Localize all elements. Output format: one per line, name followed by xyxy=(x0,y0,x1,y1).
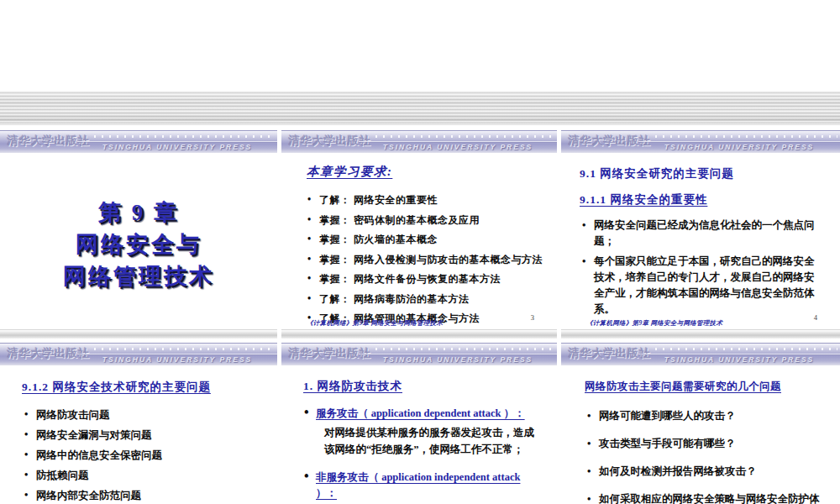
header-divider-line xyxy=(638,354,840,354)
slide-thumbnail-6[interactable]: 清华大学出版社 TSINGHUA UNIVERSITY PRESS 网络防攻击主… xyxy=(561,343,840,504)
definition-item: 服务攻击（ application dependent attack ）： 对网… xyxy=(303,405,538,458)
section-heading: 9.1 网络安全研究的主要问题 xyxy=(580,166,840,181)
bullet-list: 了解： 网络安全的重要性 掌握： 密码体制的基本概念及应用 掌握： 防火墙的基本… xyxy=(307,193,557,326)
top-stripe-band xyxy=(0,91,840,125)
slide-body: 网络防攻击主要问题需要研究的几个问题 网络可能遭到哪些人的攻击？ 攻击类型与手段… xyxy=(561,380,840,504)
header-dots-decoration xyxy=(94,348,275,350)
handout-page: 清华大学出版社 TSINGHUA UNIVERSITY PRESS 第 9 章 … xyxy=(0,0,840,504)
slide-header-banner: 清华大学出版社 TSINGHUA UNIVERSITY PRESS xyxy=(281,130,557,153)
header-divider-line xyxy=(359,141,557,142)
slide-bottom-band xyxy=(561,329,840,339)
header-divider-line xyxy=(359,354,557,354)
bullet-item: 网络安全问题已经成为信息化社会的一个焦点问题； xyxy=(581,218,818,249)
slide-page-number: 4 xyxy=(814,313,817,322)
slide-footer-caption: 《计算机网络》第9章 网络安全与网络管理技术 xyxy=(586,319,722,328)
bullet-list: 网络安全问题已经成为信息化社会的一个焦点问题； 每个国家只能立足于本国，研究自己… xyxy=(581,218,818,318)
header-dots-decoration xyxy=(375,135,554,138)
definition-item: 非服务攻击（ application independent attack ）：… xyxy=(303,469,538,504)
slide-thumbnail-5[interactable]: 清华大学出版社 TSINGHUA UNIVERSITY PRESS 1. 网络防… xyxy=(281,343,557,504)
bullet-item: 网络防攻击问题 xyxy=(24,408,277,423)
press-name-text: TSINGHUA UNIVERSITY PRESS xyxy=(77,143,277,151)
bullet-item: 网络中的信息安全保密问题 xyxy=(24,449,277,463)
topic-heading: 1. 网络防攻击技术 xyxy=(303,379,557,394)
header-dots-decoration xyxy=(655,135,837,138)
bullet-item: 网络内部安全防范问题 xyxy=(24,489,277,503)
slide-thumbnail-1[interactable]: 清华大学出版社 TSINGHUA UNIVERSITY PRESS 第 9 章 … xyxy=(0,130,277,339)
press-name-text: TSINGHUA UNIVERSITY PRESS xyxy=(638,355,840,364)
slide-header-banner: 清华大学出版社 TSINGHUA UNIVERSITY PRESS xyxy=(561,343,840,365)
slide-grid: 清华大学出版社 TSINGHUA UNIVERSITY PRESS 第 9 章 … xyxy=(0,130,840,504)
bullet-list: 网络可能遭到哪些人的攻击？ 攻击类型与手段可能有哪些？ 如何及时检测并报告网络被… xyxy=(586,408,820,504)
bullet-item: 网络安全漏洞与对策问题 xyxy=(24,428,277,443)
header-dots-decoration xyxy=(94,135,275,138)
press-name-text: TSINGHUA UNIVERSITY PRESS xyxy=(638,143,840,151)
slide-bottom-band xyxy=(0,329,277,339)
definition-description: 对网络提供某种服务的服务器发起攻击，造成该网络的“拒绝服务”，使网络工作不正常； xyxy=(316,424,538,458)
chapter-title-line-2: 网络安全与 xyxy=(0,228,277,260)
slide-header-banner: 清华大学出版社 TSINGHUA UNIVERSITY PRESS xyxy=(0,343,277,365)
press-name-text: TSINGHUA UNIVERSITY PRESS xyxy=(77,355,277,364)
bullet-item: 攻击类型与手段可能有哪些？ xyxy=(586,436,820,452)
slide-header-banner: 清华大学出版社 TSINGHUA UNIVERSITY PRESS xyxy=(281,343,557,365)
bullet-item: 如何采取相应的网络安全策略与网络安全防护体系？ xyxy=(586,491,820,504)
slide-body: 1. 网络防攻击技术 服务攻击（ application dependent a… xyxy=(281,379,557,504)
bullet-item: 了解： 网络病毒防治的基本方法 xyxy=(307,292,557,307)
bullet-item: 了解： 网络安全的重要性 xyxy=(307,193,557,207)
chapter-title: 第 9 章 网络安全与 网络管理技术 xyxy=(0,197,277,292)
slide-thumbnail-4[interactable]: 清华大学出版社 TSINGHUA UNIVERSITY PRESS 9.1.2 … xyxy=(0,343,277,504)
slide-heading: 本章学习要求: xyxy=(307,164,557,180)
definition-list: 服务攻击（ application dependent attack ）： 对网… xyxy=(303,405,538,504)
topic-heading: 网络防攻击主要问题需要研究的几个问题 xyxy=(585,380,840,394)
subsection-heading: 9.1.2 网络安全技术研究的主要问题 xyxy=(22,380,277,395)
bullet-item: 每个国家只能立足于本国，研究自己的网络安全技术，培养自己的专门人才，发展自己的网… xyxy=(581,254,818,318)
header-dots-decoration xyxy=(375,348,554,350)
slide-footer-caption: 《计算机网络》第9章 网络安全与网络管理技术 xyxy=(307,319,443,328)
header-divider-line xyxy=(77,354,277,354)
slide-page-number: 3 xyxy=(531,313,534,322)
slide-body: 第 9 章 网络安全与 网络管理技术 xyxy=(0,197,277,292)
header-divider-line xyxy=(77,141,277,142)
chapter-title-line-3: 网络管理技术 xyxy=(0,260,277,292)
press-name-text: TSINGHUA UNIVERSITY PRESS xyxy=(359,355,557,364)
bullet-item: 掌握： 网络入侵检测与防攻击的基本概念与方法 xyxy=(307,253,557,267)
bullet-item: 防抵赖问题 xyxy=(24,469,277,483)
bullet-item: 如何及时检测并报告网络被攻击？ xyxy=(586,464,820,480)
slide-body: 本章学习要求: 了解： 网络安全的重要性 掌握： 密码体制的基本概念及应用 掌握… xyxy=(281,164,557,326)
bullet-item: 掌握： 网络文件备份与恢复的基本方法 xyxy=(307,272,557,286)
chapter-title-line-1: 第 9 章 xyxy=(0,197,277,228)
definition-term: 服务攻击（ application dependent attack ）： xyxy=(316,407,525,419)
bullet-item: 掌握： 密码体制的基本概念及应用 xyxy=(307,213,557,228)
press-name-text: TSINGHUA UNIVERSITY PRESS xyxy=(359,143,557,151)
definition-term: 非服务攻击（ application independent attack ）： xyxy=(316,471,520,499)
slide-body: 9.1.2 网络安全技术研究的主要问题 网络防攻击问题 网络安全漏洞与对策问题 … xyxy=(0,380,277,504)
slide-header-banner: 清华大学出版社 TSINGHUA UNIVERSITY PRESS xyxy=(0,130,277,153)
header-divider-line xyxy=(638,141,840,142)
slide-thumbnail-2[interactable]: 清华大学出版社 TSINGHUA UNIVERSITY PRESS 本章学习要求… xyxy=(281,130,557,339)
slide-header-banner: 清华大学出版社 TSINGHUA UNIVERSITY PRESS xyxy=(561,130,840,153)
bullet-item: 网络可能遭到哪些人的攻击？ xyxy=(586,408,820,424)
slide-body: 9.1 网络安全研究的主要问题 9.1.1 网络安全的重要性 网络安全问题已经成… xyxy=(561,166,840,318)
header-dots-decoration xyxy=(655,348,837,350)
subsection-heading: 9.1.1 网络安全的重要性 xyxy=(580,192,840,207)
bullet-item: 掌握： 防火墙的基本概念 xyxy=(307,233,557,247)
slide-bottom-band xyxy=(281,329,557,339)
slide-thumbnail-3[interactable]: 清华大学出版社 TSINGHUA UNIVERSITY PRESS 9.1 网络… xyxy=(561,130,840,339)
bullet-list: 网络防攻击问题 网络安全漏洞与对策问题 网络中的信息安全保密问题 防抵赖问题 网… xyxy=(24,408,277,504)
